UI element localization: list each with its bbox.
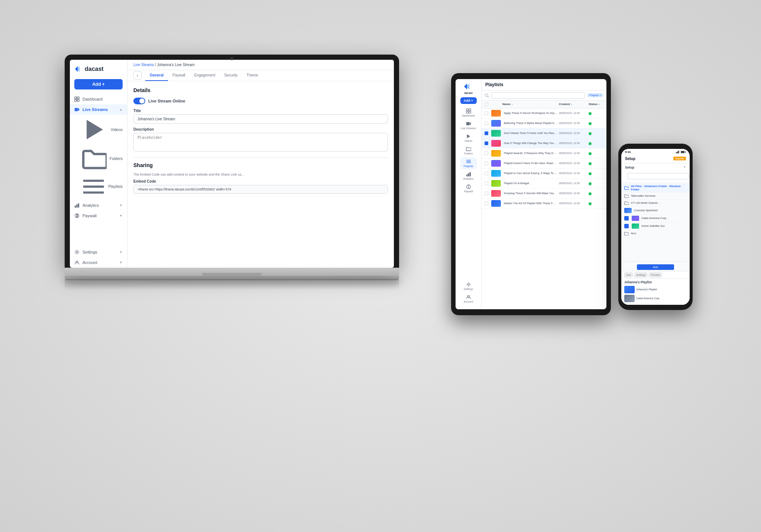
- select-all-checkbox[interactable]: [485, 102, 488, 106]
- tab-engagement[interactable]: Engagement: [190, 70, 220, 81]
- tablet-nav-settings[interactable]: Settings: [460, 280, 477, 292]
- row-checkbox-2[interactable]: [485, 131, 488, 135]
- col-name-header[interactable]: Name ↓: [502, 102, 559, 106]
- phone-folder-item-0[interactable]: All Files - Johanna's Folder - Random Fo…: [621, 183, 690, 193]
- live-stream-toggle[interactable]: [133, 98, 145, 104]
- tablet-bar-chart-icon: [466, 172, 471, 177]
- row-name-4: Playlist Awards: 5 Reasons Why They Don'…: [502, 151, 559, 155]
- tablet-nav-analytics[interactable]: Analytics: [460, 170, 477, 182]
- row-name-2: Don't Waste Time! 5 Facts Until You Reac…: [502, 131, 559, 135]
- phone-folder-item-3[interactable]: Comcast Sportsnet: [624, 207, 687, 215]
- sidebar-item-folders[interactable]: Folders: [70, 144, 127, 173]
- title-input[interactable]: [133, 114, 388, 124]
- live-stream-toggle-row: Live Stream Online: [133, 98, 388, 104]
- sidebar-item-playlists[interactable]: Playlists: [70, 173, 127, 200]
- table-row[interactable]: Playlist Awards: 5 Reasons Why They Don'…: [482, 148, 606, 159]
- tablet-nav-paywall[interactable]: Paywall: [460, 183, 477, 195]
- tablet-nav-account[interactable]: Account: [460, 293, 477, 305]
- tablet-nav-label-account: Account: [464, 300, 473, 303]
- sidebar-item-dashboard[interactable]: Dashboard: [70, 94, 127, 104]
- svg-rect-14: [78, 203, 80, 208]
- phone-time: 9:41: [625, 150, 631, 154]
- phone-sort-button[interactable]: Sort: [624, 272, 633, 277]
- phone-playlist-label: Johanna's Playlist: [621, 279, 690, 285]
- tablet-nav-dashboard[interactable]: Dashboard: [460, 107, 477, 119]
- phone-folder-item-2[interactable]: CT v15-North Suburb...: [624, 200, 687, 207]
- table-row[interactable]: Apply These 5 Secret Techniques To Impro…: [482, 108, 606, 118]
- row-checkbox-3[interactable]: [485, 141, 488, 145]
- tablet-filter-tag[interactable]: Playlist ×: [587, 93, 603, 97]
- sidebar-item-account[interactable]: Account ▼: [70, 257, 127, 268]
- sidebar-label-account: Account: [82, 260, 97, 265]
- sidebar-item-videos[interactable]: Videos: [70, 115, 127, 144]
- phone-preview-button[interactable]: Preview: [649, 272, 662, 277]
- phone-notch: [644, 144, 667, 147]
- col-date-header[interactable]: Created ↓: [559, 102, 589, 106]
- phone-playlist-row-1[interactable]: Cable America Corp: [624, 295, 687, 302]
- row-checkbox-6[interactable]: [485, 172, 488, 175]
- embed-code-input[interactable]: [133, 185, 388, 194]
- laptop-logo: dacast: [70, 60, 127, 77]
- row-date-2: 28/05/2020, 12:00: [559, 132, 589, 134]
- phone-add-button[interactable]: Add: [637, 264, 674, 270]
- tablet-nav-playlists[interactable]: Playlists: [460, 157, 477, 169]
- phone-settings-button[interactable]: Settings: [634, 272, 647, 277]
- tab-back-button[interactable]: ‹: [133, 71, 142, 79]
- row-checkbox-4[interactable]: [485, 151, 488, 155]
- sidebar-item-analytics[interactable]: Analytics ▼: [70, 200, 127, 210]
- row-checkbox-9[interactable]: [485, 202, 488, 205]
- tablet-nav-live-streams[interactable]: Live Streams: [460, 120, 477, 131]
- tablet-nav-videos[interactable]: Videos: [460, 132, 477, 144]
- tablet-add-button[interactable]: Add +: [460, 97, 477, 104]
- phone-folder-item-1[interactable]: Telecrafter Services: [624, 193, 687, 200]
- phone-folder-item-5[interactable]: Home Satellite Svc: [624, 222, 687, 230]
- phone-playlist-row-0[interactable]: Johanna's Playlist: [624, 286, 687, 293]
- laptop-add-button[interactable]: Add +: [74, 79, 123, 89]
- phone-page-title: Setup: [625, 157, 635, 161]
- play-icon: [82, 117, 108, 143]
- phone-folder-name-0: All Files - Johanna's Folder - Random Fo…: [631, 185, 687, 191]
- phone-search-input[interactable]: [627, 173, 690, 179]
- tab-general[interactable]: General: [145, 70, 168, 81]
- sidebar-item-paywall[interactable]: Paywall ▼: [70, 210, 127, 221]
- phone-folder-item-4[interactable]: Cable America Corp: [624, 215, 687, 222]
- svg-marker-8: [87, 120, 103, 139]
- phone-setup-dropdown[interactable]: ▼: [683, 166, 686, 168]
- phone-folder-item-6[interactable]: Arro: [624, 230, 687, 237]
- table-row[interactable]: Believing These 5 Myths About Playlist K…: [482, 118, 606, 128]
- sidebar-item-settings[interactable]: Settings ▼: [70, 247, 127, 257]
- row-checkbox-5[interactable]: [485, 161, 488, 165]
- row-checkbox-1[interactable]: [485, 121, 488, 125]
- phone-thumb-3: [624, 208, 632, 213]
- toggle-label: Live Stream Online: [148, 99, 185, 103]
- tablet-dacast-logo: [463, 83, 474, 90]
- status-dot-9: [589, 202, 592, 205]
- table-row[interactable]: Playlist On A Budget 28/05/2020, 12:00: [482, 179, 606, 189]
- tab-security[interactable]: Security: [220, 70, 242, 81]
- phone-playlist-items: Johanna's Playlist Cable America Corp: [621, 285, 690, 305]
- tablet-nav-folders[interactable]: Folders: [460, 145, 477, 157]
- table-row[interactable]: Knowing These 5 Secrets Will Make Your P…: [482, 189, 606, 199]
- col-status-header[interactable]: Status ↓: [589, 102, 603, 106]
- tab-paywall[interactable]: Paywall: [168, 70, 190, 81]
- table-row[interactable]: Don't Waste Time! 5 Facts Until You Reac…: [482, 128, 606, 138]
- table-row[interactable]: Master The Art Of Playlist With These 5 …: [482, 199, 606, 209]
- table-row[interactable]: Playlist Doesn't Have To Be Hard. Read T…: [482, 159, 606, 169]
- table-row[interactable]: How 5 Things Will Change The Way You App…: [482, 138, 606, 148]
- upgrade-badge[interactable]: Upgrade: [673, 157, 686, 160]
- tab-theme[interactable]: Theme: [242, 70, 263, 81]
- description-textarea[interactable]: [133, 133, 388, 151]
- folder-icon-6: [624, 231, 629, 236]
- row-checkbox-0[interactable]: [485, 111, 488, 115]
- row-checkbox-7[interactable]: [485, 182, 488, 185]
- table-row[interactable]: Playlist Is Your Worst Enemy. 5 Ways To …: [482, 169, 606, 179]
- phone-checkbox-4[interactable]: [624, 216, 629, 221]
- phone-checkbox-5[interactable]: [624, 224, 629, 228]
- status-dot-7: [589, 182, 592, 185]
- breadcrumb-parent[interactable]: Live Steams: [133, 63, 154, 67]
- sidebar-item-live-streams[interactable]: Live Streams ▲: [70, 104, 127, 115]
- svg-rect-5: [77, 99, 79, 101]
- row-checkbox-8[interactable]: [485, 192, 488, 195]
- row-date-8: 28/05/2020, 12:00: [559, 192, 589, 195]
- tablet-search-input[interactable]: [491, 92, 585, 99]
